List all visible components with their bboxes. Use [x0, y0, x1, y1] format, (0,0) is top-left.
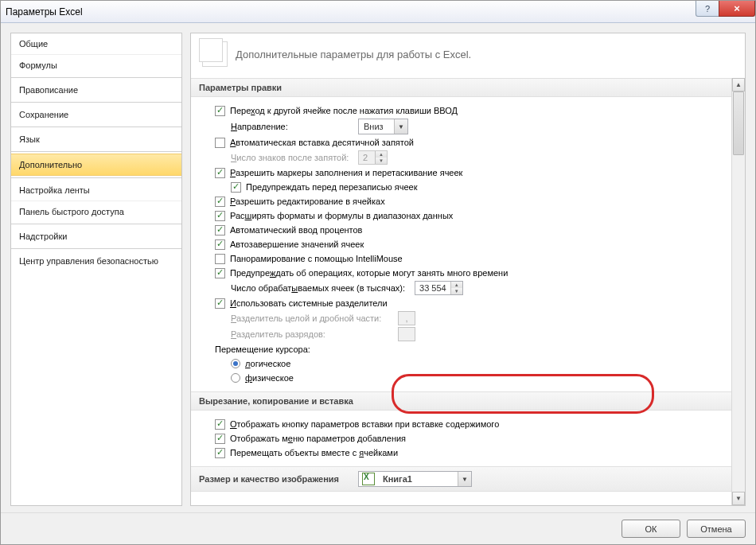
close-button[interactable]: ×: [719, 1, 755, 17]
opt-edit-in-cell[interactable]: Разрешить редактирование в ячейках: [215, 194, 728, 208]
page-header: Дополнительные параметры для работы с Ex…: [191, 33, 745, 78]
sidebar-item-quick-access[interactable]: Панель быстрого доступа: [11, 200, 181, 222]
dialog-body: Общие Формулы Правописание Сохранение Яз…: [1, 23, 755, 512]
opt-fill-handle[interactable]: Разрешить маркеры заполнения и перетаски…: [215, 165, 728, 180]
opt-auto-decimal[interactable]: Автоматическая вставка десятичной запято…: [215, 135, 728, 150]
opt-warn-long-ops[interactable]: Предупреждать об операциях, которые могу…: [215, 266, 728, 280]
checkbox-icon[interactable]: [215, 197, 225, 207]
section-editing-options: Параметры правки: [191, 78, 745, 97]
cursor-move-label: Перемещение курсора:: [215, 342, 728, 356]
section-image-quality: Размер и качество изображения Книга1 ▼: [191, 466, 745, 492]
opt-move-objects[interactable]: Перемещать объекты вместе с ячейками: [215, 446, 728, 460]
main-panel: Дополнительные параметры для работы с Ex…: [190, 33, 746, 506]
chevron-down-icon[interactable]: ▼: [394, 119, 407, 134]
help-button[interactable]: ?: [696, 1, 719, 17]
opt-decimal-sep-row: Разделитель целой и дробной части: ,: [231, 310, 728, 326]
opt-show-paste-button[interactable]: Отображать кнопку параметров вставки при…: [215, 417, 728, 431]
cells-thousands-input[interactable]: 33 554 ▲▼: [415, 281, 463, 295]
spinner-icon[interactable]: ▲▼: [450, 282, 462, 294]
sidebar-item-save[interactable]: Сохранение: [11, 104, 181, 125]
editing-content: Переход к другой ячейке после нажатия кл…: [191, 97, 731, 391]
opt-move-after-enter[interactable]: Переход к другой ячейке после нажатия кл…: [215, 103, 728, 118]
cutcopy-content: Отображать кнопку параметров вставки при…: [191, 411, 731, 466]
checkbox-icon[interactable]: [231, 182, 241, 193]
checkbox-icon[interactable]: [215, 419, 225, 430]
radio-icon[interactable]: [231, 359, 240, 368]
dialog-footer: ОК Отмена: [1, 512, 755, 544]
radio-icon[interactable]: [231, 373, 240, 383]
checkbox-icon[interactable]: [215, 168, 225, 178]
titlebar: Параметры Excel ? ×: [1, 1, 755, 23]
checkbox-icon[interactable]: [215, 225, 225, 236]
opt-auto-percent[interactable]: Автоматический ввод процентов: [215, 223, 728, 237]
decimal-places-input: 2 ▲▼: [358, 150, 388, 165]
scroll-area: Параметры правки Переход к другой ячейке…: [191, 78, 745, 505]
scroll-down-icon[interactable]: ▼: [732, 492, 745, 505]
checkbox-icon[interactable]: [215, 106, 225, 116]
excel-workbook-icon: [362, 473, 375, 485]
sidebar-item-advanced[interactable]: Дополнительно: [11, 154, 181, 176]
checkbox-icon[interactable]: [215, 254, 225, 264]
ok-button[interactable]: ОК: [622, 520, 680, 538]
sidebar-item-formulas[interactable]: Формулы: [11, 54, 181, 76]
opt-cells-thousands-row: Число обрабатываемых ячеек (в тысячах): …: [231, 280, 728, 296]
opt-warn-overwrite[interactable]: Предупреждать перед перезаписью ячеек: [231, 180, 728, 194]
opt-thousand-sep-row: Разделитель разрядов:: [231, 326, 728, 342]
opt-direction-row: Направление: Вниз ▼: [231, 118, 728, 135]
opt-intellimouse[interactable]: Панорамирование с помощью IntelliMouse: [215, 251, 728, 266]
category-sidebar: Общие Формулы Правописание Сохранение Яз…: [10, 33, 182, 506]
checkbox-icon[interactable]: [215, 298, 225, 309]
chevron-down-icon[interactable]: ▼: [458, 472, 471, 486]
spinner-icon: ▲▼: [375, 151, 387, 164]
workbook-combo[interactable]: Книга1 ▼: [358, 471, 472, 487]
opt-cursor-logical[interactable]: логическое: [231, 356, 728, 371]
decimal-sep-input: ,: [398, 311, 415, 325]
section-cut-copy-paste: Вырезание, копирование и вставка: [191, 391, 745, 411]
window-title: Параметры Excel: [6, 6, 83, 18]
titlebar-controls: ? ×: [696, 1, 755, 17]
opt-autocomplete[interactable]: Автозавершение значений ячеек: [215, 237, 728, 251]
sidebar-item-customize-ribbon[interactable]: Настройка ленты: [11, 180, 181, 200]
scroll-up-icon[interactable]: ▲: [732, 78, 745, 91]
checkbox-icon[interactable]: [215, 448, 225, 458]
thousand-sep-input: [398, 327, 415, 341]
checkbox-icon[interactable]: [215, 138, 225, 148]
advanced-icon: [202, 41, 228, 67]
page-title: Дополнительные параметры для работы с Ex…: [236, 49, 471, 60]
checkbox-icon[interactable]: [215, 268, 225, 278]
sidebar-item-language[interactable]: Язык: [11, 129, 181, 150]
sidebar-item-trust-center[interactable]: Центр управления безопасностью: [11, 251, 181, 271]
sidebar-item-general[interactable]: Общие: [11, 33, 181, 54]
excel-options-dialog: Параметры Excel ? × Общие Формулы Правоп…: [0, 0, 756, 545]
sidebar-item-addins[interactable]: Надстройки: [11, 226, 181, 247]
opt-show-insert-menu[interactable]: Отображать меню параметров добавления: [215, 431, 728, 446]
checkbox-icon[interactable]: [215, 239, 225, 250]
vertical-scrollbar[interactable]: ▲ ▼: [731, 78, 745, 505]
sidebar-item-proofing[interactable]: Правописание: [11, 80, 181, 100]
direction-combo[interactable]: Вниз ▼: [358, 119, 408, 134]
opt-cursor-physical[interactable]: физическое: [231, 371, 728, 385]
scroll-thumb[interactable]: [733, 91, 744, 155]
checkbox-icon[interactable]: [215, 434, 225, 444]
opt-extend-formats[interactable]: Расширять форматы и формулы в диапазонах…: [215, 208, 728, 223]
opt-system-separators[interactable]: Использовать системные разделители: [215, 296, 728, 310]
cancel-button[interactable]: Отмена: [687, 520, 746, 538]
opt-decimal-places-row: Число знаков после запятой: 2 ▲▼: [231, 150, 728, 165]
checkbox-icon[interactable]: [215, 211, 225, 221]
